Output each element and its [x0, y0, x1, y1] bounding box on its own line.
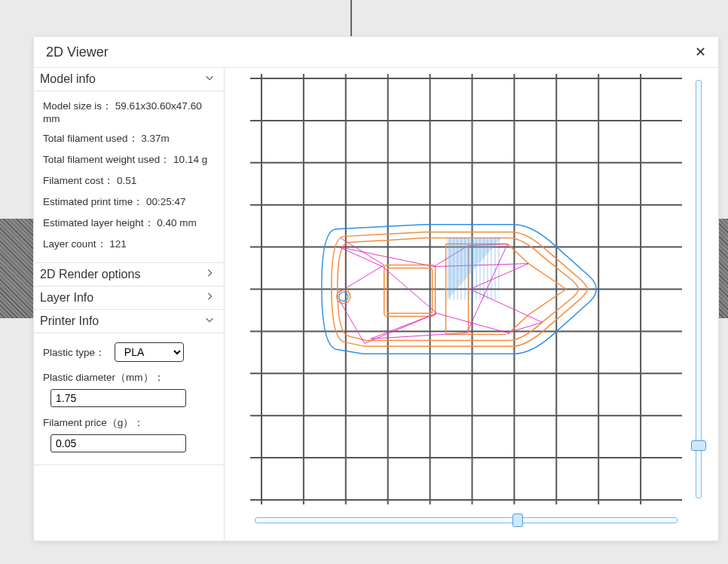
row-plastic-diameter: Plastic diameter（mm）	[40, 366, 218, 412]
row-plastic-type: Plastic type PLA	[40, 338, 218, 366]
value: 00:25:47	[146, 196, 186, 207]
row-filament-used: Total filament used 3.37m	[40, 128, 218, 149]
svg-line-29	[528, 290, 566, 315]
row-layer-count: Layer count 121	[40, 234, 218, 255]
viewer-window: 2D Viewer ✕ Model info Model size is 59.…	[33, 36, 719, 541]
label: Model size is	[43, 100, 112, 112]
value: 3.37m	[141, 133, 170, 144]
viewer-canvas[interactable]	[250, 74, 682, 504]
section-header-render-options[interactable]: 2D Render options	[34, 263, 224, 287]
plastic-diameter-input[interactable]	[50, 389, 186, 407]
close-button[interactable]: ✕	[695, 45, 706, 59]
build-plate-background-left	[0, 219, 33, 318]
chevron-right-icon	[204, 268, 215, 281]
label: Filament price（g）	[43, 417, 144, 428]
value: 10.14 g	[173, 154, 207, 165]
slider-track	[255, 517, 678, 523]
content-area: Model info Model size is 59.61x30.60x47.…	[34, 67, 718, 541]
viewer-area	[225, 68, 718, 541]
row-print-time: Estimated print time 00:25:47	[40, 192, 218, 213]
travel-moves	[339, 238, 543, 344]
row-filament-price: Filament price（g）	[40, 412, 218, 457]
section-header-model-info[interactable]: Model info	[34, 68, 224, 91]
label: Plastic type	[43, 347, 106, 358]
row-model-size: Model size is 59.61x30.60x47.60 mm	[40, 96, 218, 128]
section-header-printer-info[interactable]: Printer Info	[34, 310, 224, 333]
section-title: Model info	[40, 72, 96, 86]
window-title: 2D Viewer	[46, 44, 109, 60]
filament-price-input[interactable]	[50, 434, 186, 452]
section-title: 2D Render options	[40, 268, 140, 281]
chevron-down-icon	[204, 314, 215, 328]
row-filament-weight: Total filament weight used 10.14 g	[40, 149, 218, 170]
chevron-right-icon	[204, 291, 215, 305]
sidebar: Model info Model size is 59.61x30.60x47.…	[34, 68, 225, 541]
background-divider	[350, 0, 352, 38]
row-filament-cost: Filament cost 0.51	[40, 170, 218, 192]
move-slider-horizontal[interactable]	[255, 515, 678, 524]
slider-track	[696, 80, 702, 498]
hole-feature-inner	[339, 292, 348, 301]
plastic-type-select[interactable]: PLA	[115, 342, 184, 362]
chevron-down-icon	[204, 72, 215, 86]
label: Layer count	[43, 238, 107, 250]
svg-rect-22	[387, 268, 433, 314]
label: Estimated layer height	[43, 217, 154, 228]
label: Plastic diameter（mm）	[43, 372, 164, 383]
label: Total filament weight used	[43, 154, 170, 165]
layer-preview-svg	[250, 74, 682, 504]
section-body-model-info: Model size is 59.61x30.60x47.60 mm Total…	[34, 91, 224, 263]
value: 121	[109, 238, 127, 250]
value: 0.51	[117, 175, 136, 186]
label: Filament cost	[43, 175, 114, 186]
slider-thumb[interactable]	[512, 513, 523, 527]
infill-region	[448, 238, 502, 300]
svg-rect-23	[384, 265, 436, 317]
section-header-layer-info[interactable]: Layer Info	[34, 287, 224, 310]
label: Estimated print time	[43, 196, 143, 207]
row-layer-height: Estimated layer height 0.40 mm	[40, 213, 218, 234]
section-title: Layer Info	[40, 291, 93, 305]
value: 0.40 mm	[157, 217, 197, 228]
svg-line-28	[528, 264, 566, 290]
slider-thumb[interactable]	[691, 440, 706, 451]
titlebar: 2D Viewer ✕	[34, 37, 718, 67]
section-title: Printer Info	[40, 314, 99, 328]
layer-slider-vertical[interactable]	[693, 80, 702, 498]
section-body-printer-info: Plastic type PLA Plastic diameter（mm） Fi…	[34, 333, 224, 465]
label: Total filament used	[43, 133, 139, 144]
